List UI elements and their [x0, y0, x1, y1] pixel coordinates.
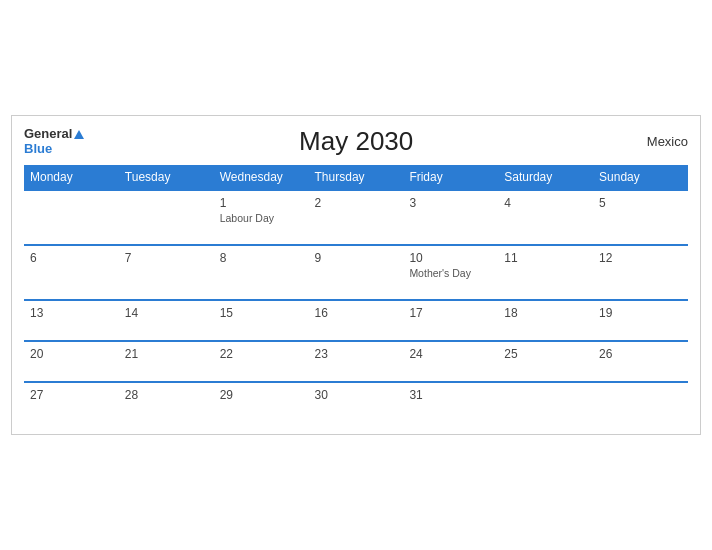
day-number: 18: [504, 306, 587, 320]
calendar-day-cell: 25: [498, 341, 593, 382]
calendar-day-cell: 7: [119, 245, 214, 300]
column-header-row: Monday Tuesday Wednesday Thursday Friday…: [24, 165, 688, 190]
col-sunday: Sunday: [593, 165, 688, 190]
logo-general-text: General: [24, 127, 84, 141]
calendar-day-cell: 4: [498, 190, 593, 245]
day-number: 25: [504, 347, 587, 361]
day-number: 3: [409, 196, 492, 210]
calendar-day-cell: 19: [593, 300, 688, 341]
calendar-day-cell: 10Mother's Day: [403, 245, 498, 300]
day-number: 28: [125, 388, 208, 402]
day-number: 4: [504, 196, 587, 210]
calendar-day-cell: 8: [214, 245, 309, 300]
col-saturday: Saturday: [498, 165, 593, 190]
day-number: 16: [315, 306, 398, 320]
calendar-day-cell: 26: [593, 341, 688, 382]
day-number: 24: [409, 347, 492, 361]
calendar-header: General Blue May 2030 Mexico: [24, 126, 688, 157]
day-number: 26: [599, 347, 682, 361]
calendar-day-cell: 17: [403, 300, 498, 341]
day-number: 17: [409, 306, 492, 320]
col-wednesday: Wednesday: [214, 165, 309, 190]
calendar-day-cell: 24: [403, 341, 498, 382]
calendar-day-cell: 22: [214, 341, 309, 382]
day-number: 6: [30, 251, 113, 265]
calendar-day-cell: 5: [593, 190, 688, 245]
calendar-day-cell: 14: [119, 300, 214, 341]
calendar-day-cell: [24, 190, 119, 245]
day-number: 1: [220, 196, 303, 210]
calendar-day-cell: 27: [24, 382, 119, 422]
day-number: 15: [220, 306, 303, 320]
calendar-day-cell: 3: [403, 190, 498, 245]
calendar-day-cell: 11: [498, 245, 593, 300]
calendar-title: May 2030: [84, 126, 628, 157]
calendar-day-cell: [498, 382, 593, 422]
day-number: 10: [409, 251, 492, 265]
calendar-week-row: 1Labour Day2345: [24, 190, 688, 245]
calendar-day-cell: 1Labour Day: [214, 190, 309, 245]
col-friday: Friday: [403, 165, 498, 190]
calendar-day-cell: 31: [403, 382, 498, 422]
logo-blue-text: Blue: [24, 142, 84, 156]
day-number: 13: [30, 306, 113, 320]
calendar-day-cell: 29: [214, 382, 309, 422]
calendar-week-row: 13141516171819: [24, 300, 688, 341]
day-number: 31: [409, 388, 492, 402]
col-monday: Monday: [24, 165, 119, 190]
calendar-week-row: 20212223242526: [24, 341, 688, 382]
day-number: 8: [220, 251, 303, 265]
calendar-day-cell: [593, 382, 688, 422]
day-number: 30: [315, 388, 398, 402]
day-number: 29: [220, 388, 303, 402]
col-tuesday: Tuesday: [119, 165, 214, 190]
day-number: 5: [599, 196, 682, 210]
day-number: 11: [504, 251, 587, 265]
calendar-country: Mexico: [628, 134, 688, 149]
logo-triangle-icon: [74, 130, 84, 139]
day-number: 12: [599, 251, 682, 265]
calendar-day-cell: 6: [24, 245, 119, 300]
day-number: 21: [125, 347, 208, 361]
calendar-day-cell: 20: [24, 341, 119, 382]
calendar-week-row: 678910Mother's Day1112: [24, 245, 688, 300]
calendar-day-cell: 23: [309, 341, 404, 382]
calendar: General Blue May 2030 Mexico Monday Tues…: [11, 115, 701, 435]
calendar-day-cell: 15: [214, 300, 309, 341]
logo: General Blue: [24, 127, 84, 156]
holiday-label: Labour Day: [220, 212, 303, 224]
day-number: 20: [30, 347, 113, 361]
calendar-day-cell: [119, 190, 214, 245]
day-number: 27: [30, 388, 113, 402]
calendar-day-cell: 13: [24, 300, 119, 341]
calendar-table: Monday Tuesday Wednesday Thursday Friday…: [24, 165, 688, 422]
col-thursday: Thursday: [309, 165, 404, 190]
calendar-day-cell: 9: [309, 245, 404, 300]
calendar-day-cell: 28: [119, 382, 214, 422]
day-number: 14: [125, 306, 208, 320]
calendar-day-cell: 18: [498, 300, 593, 341]
calendar-week-row: 2728293031: [24, 382, 688, 422]
day-number: 22: [220, 347, 303, 361]
calendar-day-cell: 16: [309, 300, 404, 341]
day-number: 23: [315, 347, 398, 361]
day-number: 7: [125, 251, 208, 265]
day-number: 19: [599, 306, 682, 320]
calendar-day-cell: 30: [309, 382, 404, 422]
calendar-day-cell: 12: [593, 245, 688, 300]
calendar-day-cell: 2: [309, 190, 404, 245]
day-number: 9: [315, 251, 398, 265]
holiday-label: Mother's Day: [409, 267, 492, 279]
day-number: 2: [315, 196, 398, 210]
calendar-day-cell: 21: [119, 341, 214, 382]
